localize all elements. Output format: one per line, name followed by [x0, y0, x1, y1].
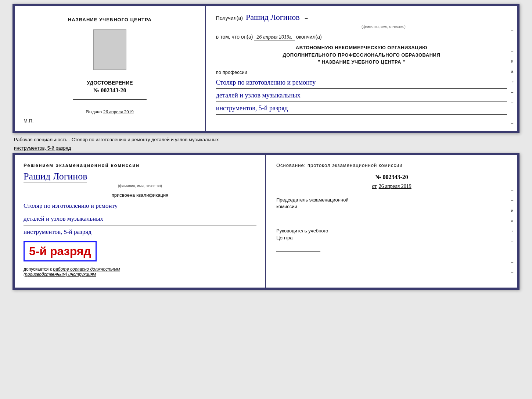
side-marks-top: – – – и а ← – – – – — [511, 28, 515, 125]
head-signature-line — [276, 243, 320, 252]
fio-label-bottom: (фамилия, имя, отчество) — [24, 184, 256, 188]
rank-text: 5-й разряд — [29, 245, 91, 258]
chairman-text2: комиссии — [276, 204, 297, 209]
photo-placeholder — [93, 29, 126, 70]
specialty-label-line2: инструментов, 5-й разряд — [12, 145, 520, 152]
from-label: от — [372, 184, 377, 189]
date-prefix: в том, что он(а) — [216, 34, 253, 40]
top-certificate-card: НАЗВАНИЕ УЧЕБНОГО ЦЕНТРА УДОСТОВЕРЕНИЕ №… — [12, 4, 520, 133]
profession-text: Столяр по изготовлению и ремонту деталей… — [216, 76, 507, 115]
profession-line1: Столяр по изготовлению и ремонту — [216, 76, 507, 89]
допускается-text2: (производственным) инструкциям — [24, 272, 96, 277]
qual-line3: инструментов, 5-й разряд — [24, 226, 256, 238]
chairman-label: Председатель экзаменационной комиссии — [276, 197, 507, 210]
bottom-card-left: Решением экзаменационной комиссии Рашид … — [15, 155, 266, 288]
protocol-number: № 002343-20 — [276, 174, 507, 181]
specialty-text2: инструментов, 5-й разряд — [14, 145, 71, 151]
issued-label: Выдано — [86, 109, 102, 114]
org-line2: ДОПОЛНИТЕЛЬНОГО ПРОФЕССИОНАЛЬНОГО ОБРАЗО… — [216, 51, 507, 59]
top-card-right: Получил(а) Рашид Логинов – (фамилия, имя… — [206, 6, 517, 131]
head-text2: Центра — [276, 235, 292, 241]
rank-highlight-box: 5-й разряд — [24, 241, 97, 261]
org-name-top: НАЗВАНИЕ УЧЕБНОГО ЦЕНТРА — [68, 17, 152, 22]
head-label: Руководитель учебного Центра — [276, 228, 507, 241]
bottom-card-right: Основание: протокол экзаменационной коми… — [266, 155, 517, 288]
cert-title-block: УДОСТОВЕРЕНИЕ № 002343-20 — [87, 77, 133, 94]
profession-label: по профессии — [216, 70, 507, 75]
date-value: 26 апреля 2019г. — [254, 34, 294, 40]
specialty-label-line1: Рабочая специальность - Столяр по изгото… — [12, 136, 520, 143]
profession-line3: инструментов, 5-й разряд — [216, 102, 507, 114]
issued-line: Выдано 26 апреля 2019 — [86, 109, 134, 115]
chairman-signature-line — [276, 211, 320, 220]
recipient-name-top: Рашид Логинов — [246, 13, 300, 23]
side-marks-bottom: – – – и а ← – – – – — [511, 177, 515, 274]
from-date-line: от 26 апреля 2019 — [276, 184, 507, 189]
received-label: Получил(а) — [216, 15, 243, 21]
issued-date: 26 апреля 2019 — [103, 109, 134, 114]
cert-title: УДОСТОВЕРЕНИЕ — [87, 80, 133, 86]
org-line1: АВТОНОМНУЮ НЕКОММЕРЧЕСКУЮ ОРГАНИЗАЦИЮ — [216, 44, 507, 51]
basis-label: Основание: протокол экзаменационной коми… — [276, 163, 507, 168]
head-text1: Руководитель учебного — [276, 228, 328, 234]
from-date-value: 26 апреля 2019 — [379, 184, 411, 189]
chairman-text1: Председатель экзаменационной — [276, 197, 349, 203]
person-block: Рашид Логинов (фамилия, имя, отчество) — [24, 171, 256, 188]
bottom-certificate-card: Решением экзаменационной комиссии Рашид … — [12, 153, 520, 290]
допускается-text: работе согласно должностным — [53, 267, 120, 272]
specialty-text1: Рабочая специальность - Столяр по изгото… — [14, 137, 219, 142]
bottom-certificate-section: Решением экзаменационной комиссии Рашид … — [4, 153, 528, 290]
qualification-label: присвоена квалификация — [24, 192, 256, 198]
date-line: в том, что он(а) 26 апреля 2019г. окончи… — [216, 34, 507, 40]
допускается-label: допускается к — [24, 267, 52, 272]
person-name-bottom: Рашид Логинов — [24, 171, 87, 182]
top-certificate-section: НАЗВАНИЕ УЧЕБНОГО ЦЕНТРА УДОСТОВЕРЕНИЕ №… — [4, 4, 528, 133]
top-card-left: НАЗВАНИЕ УЧЕБНОГО ЦЕНТРА УДОСТОВЕРЕНИЕ №… — [15, 6, 206, 131]
divider-line — [73, 99, 147, 100]
qualification-text: Столяр по изготовлению и ремонту деталей… — [24, 200, 256, 238]
org-block: АВТОНОМНУЮ НЕКОММЕРЧЕСКУЮ ОРГАНИЗАЦИЮ ДО… — [216, 44, 507, 66]
qual-line2: деталей и узлов музыкальных — [24, 213, 256, 225]
mp-label: М.П. — [24, 118, 33, 124]
decision-title: Решением экзаменационной комиссии — [24, 163, 256, 168]
допускается-line: допускается к работе согласно должностны… — [24, 267, 256, 277]
recipient-line: Получил(а) Рашид Логинов – — [216, 13, 507, 23]
cert-number-top: № 002343-20 — [87, 87, 133, 94]
fio-label-top: (фамилия, имя, отчество) — [260, 25, 507, 29]
qual-line1: Столяр по изготовлению и ремонту — [24, 200, 256, 212]
profession-line2: деталей и узлов музыкальных — [216, 89, 507, 101]
org-line3: " НАЗВАНИЕ УЧЕБНОГО ЦЕНТРА " — [216, 58, 507, 66]
date-suffix: окончил(а) — [296, 34, 322, 40]
